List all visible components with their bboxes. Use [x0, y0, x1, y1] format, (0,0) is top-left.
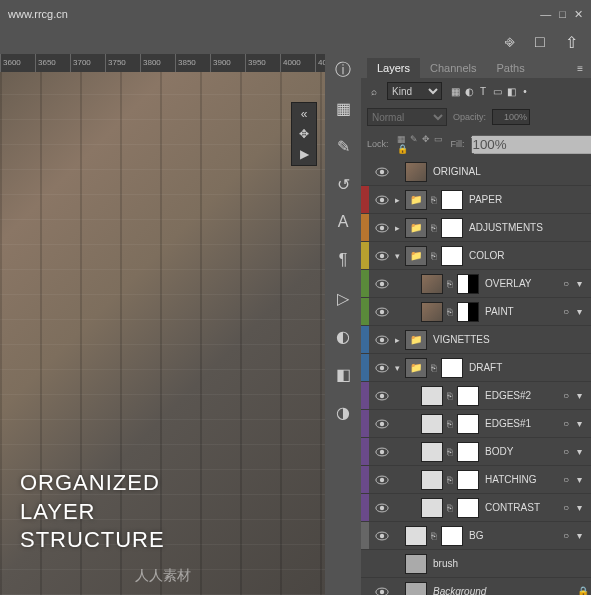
minimize-button[interactable]: —	[540, 8, 551, 21]
expand-arrow-icon[interactable]: ▾	[395, 363, 405, 373]
canvas-image[interactable]: « ✥ ▶ ORGANIZED LAYER STRUCTURE 人人素材	[0, 72, 325, 595]
lock-option-icon[interactable]: ▦	[397, 134, 406, 144]
filter-type-icon[interactable]: ▦	[448, 84, 462, 98]
layer-name[interactable]: HATCHING	[483, 474, 563, 485]
layer-row[interactable]: ▾📁⎘COLOR	[361, 242, 591, 270]
paragraph-icon[interactable]: ¶	[333, 250, 353, 270]
layer-row[interactable]: Background🔒	[361, 578, 591, 595]
layer-thumbnail[interactable]	[421, 274, 443, 294]
lock-option-icon[interactable]: ✥	[422, 134, 430, 144]
adjustments-icon[interactable]: ◐	[333, 326, 353, 346]
filter-type-icon[interactable]: ◧	[504, 84, 518, 98]
visibility-toggle[interactable]	[369, 307, 395, 317]
chevron-down-icon[interactable]: ▾	[577, 474, 591, 485]
layer-row[interactable]: ▾📁⎘DRAFT	[361, 354, 591, 382]
layer-name[interactable]: ADJUSTMENTS	[467, 222, 591, 233]
chevron-down-icon[interactable]: ▾	[577, 446, 591, 457]
visibility-toggle[interactable]	[369, 335, 395, 345]
mask-thumbnail[interactable]	[441, 190, 463, 210]
layer-effects-icon[interactable]: ○	[563, 306, 577, 317]
layer-name[interactable]: BG	[467, 530, 563, 541]
mask-thumbnail[interactable]	[457, 302, 479, 322]
floating-tool-palette[interactable]: « ✥ ▶	[291, 102, 317, 166]
link-icon[interactable]: ⎘	[447, 419, 457, 429]
layer-name[interactable]: DRAFT	[467, 362, 591, 373]
layer-row[interactable]: ⎘BODY○▾	[361, 438, 591, 466]
mask-thumbnail[interactable]	[441, 526, 463, 546]
layer-name[interactable]: OVERLAY	[483, 278, 563, 289]
styles-icon[interactable]: ◧	[333, 364, 353, 384]
mask-thumbnail[interactable]	[457, 414, 479, 434]
layer-name[interactable]: EDGES#1	[483, 418, 563, 429]
chevron-down-icon[interactable]: ▾	[577, 278, 591, 289]
layer-row[interactable]: ⎘PAINT○▾	[361, 298, 591, 326]
mask-thumbnail[interactable]	[441, 246, 463, 266]
panel-menu-icon[interactable]: ≡	[569, 59, 591, 78]
link-icon[interactable]: ⎘	[447, 279, 457, 289]
chevron-down-icon[interactable]: ▾	[577, 530, 591, 541]
quick-export-icon[interactable]: ⎆	[505, 33, 521, 49]
layer-row[interactable]: ⎘EDGES#2○▾	[361, 382, 591, 410]
layer-row[interactable]: ▸📁⎘PAPER	[361, 186, 591, 214]
visibility-toggle[interactable]	[369, 167, 395, 177]
layer-thumbnail[interactable]	[421, 470, 443, 490]
layer-thumbnail[interactable]	[421, 386, 443, 406]
layer-effects-icon[interactable]: ○	[563, 474, 577, 485]
mask-thumbnail[interactable]	[457, 470, 479, 490]
link-icon[interactable]: ⎘	[431, 531, 441, 541]
visibility-toggle[interactable]	[369, 447, 395, 457]
visibility-toggle[interactable]	[369, 195, 395, 205]
layer-name[interactable]: CONTRAST	[483, 502, 563, 513]
visibility-toggle[interactable]	[369, 531, 395, 541]
move-tool-icon[interactable]: ✥	[299, 127, 309, 141]
link-icon[interactable]: ⎘	[447, 475, 457, 485]
mask-thumbnail[interactable]	[457, 442, 479, 462]
layer-row[interactable]: ⎘HATCHING○▾	[361, 466, 591, 494]
filter-kind-select[interactable]: Kind	[387, 82, 442, 100]
visibility-toggle[interactable]	[369, 251, 395, 261]
tab-paths[interactable]: Paths	[487, 58, 535, 78]
chevron-down-icon[interactable]: ▾	[577, 390, 591, 401]
filter-type-icon[interactable]: ◐	[462, 84, 476, 98]
layer-name[interactable]: EDGES#2	[483, 390, 563, 401]
visibility-toggle[interactable]	[369, 279, 395, 289]
layer-thumbnail[interactable]	[421, 498, 443, 518]
visibility-toggle[interactable]	[369, 223, 395, 233]
layer-row[interactable]: brush	[361, 550, 591, 578]
layer-effects-icon[interactable]: ○	[563, 530, 577, 541]
filter-type-icon[interactable]: •	[518, 84, 532, 98]
collapse-icon[interactable]: «	[301, 107, 308, 121]
link-icon[interactable]: ⎘	[431, 223, 441, 233]
expand-arrow-icon[interactable]: ▾	[395, 251, 405, 261]
link-icon[interactable]: ⎘	[447, 391, 457, 401]
link-icon[interactable]: ⎘	[447, 503, 457, 513]
canvas-area[interactable]: 3600365037003750380038503900395040004050…	[0, 54, 325, 595]
chevron-down-icon[interactable]: ▾	[577, 306, 591, 317]
type-icon[interactable]: A	[333, 212, 353, 232]
close-button[interactable]: ✕	[574, 8, 583, 21]
layer-effects-icon[interactable]: ○	[563, 418, 577, 429]
swatches-icon[interactable]: ▦	[333, 98, 353, 118]
link-icon[interactable]: ⎘	[431, 251, 441, 261]
lock-option-icon[interactable]: ✎	[410, 134, 418, 144]
link-icon[interactable]: ⎘	[447, 447, 457, 457]
info-icon[interactable]: ⓘ	[333, 60, 353, 80]
layer-name[interactable]: VIGNETTES	[431, 334, 591, 345]
layer-row[interactable]: ⎘EDGES#1○▾	[361, 410, 591, 438]
layer-effects-icon[interactable]: ○	[563, 446, 577, 457]
expand-arrow-icon[interactable]: ▸	[395, 335, 405, 345]
tab-layers[interactable]: Layers	[367, 58, 420, 78]
layers-list[interactable]: ORIGINAL▸📁⎘PAPER▸📁⎘ADJUSTMENTS▾📁⎘COLOR⎘O…	[361, 158, 591, 595]
search-icon[interactable]: ⌕	[367, 84, 381, 98]
blend-mode-select[interactable]: Normal	[367, 108, 447, 126]
link-icon[interactable]: ⎘	[447, 307, 457, 317]
chevron-down-icon[interactable]: ▾	[577, 418, 591, 429]
link-icon[interactable]: ⎘	[431, 195, 441, 205]
visibility-toggle[interactable]	[369, 419, 395, 429]
lock-option-icon[interactable]: ▭	[434, 134, 443, 144]
screen-mode-icon[interactable]: □	[535, 33, 551, 49]
link-icon[interactable]: ⎘	[431, 363, 441, 373]
expand-arrow-icon[interactable]: ▸	[395, 223, 405, 233]
tab-channels[interactable]: Channels	[420, 58, 486, 78]
layer-effects-icon[interactable]: ○	[563, 502, 577, 513]
